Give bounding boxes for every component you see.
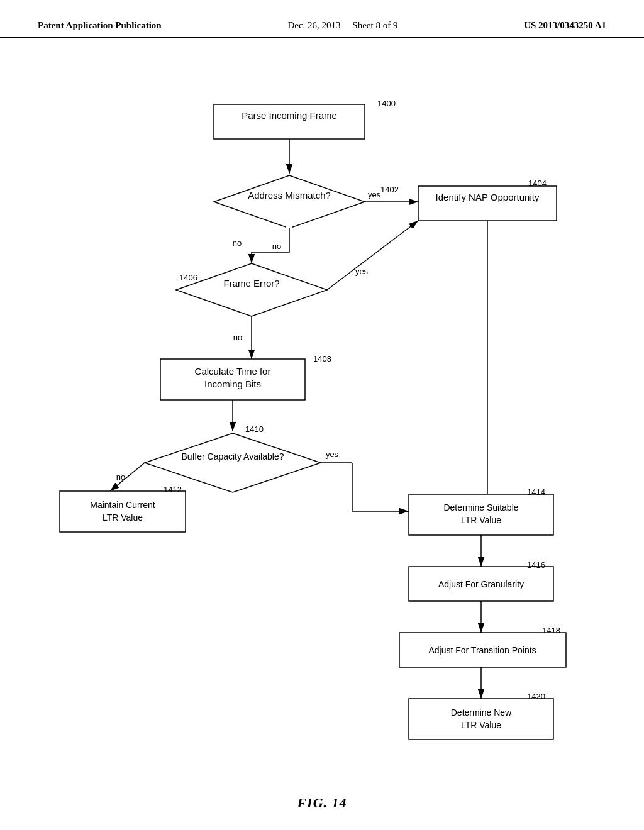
svg-text:yes: yes: [326, 450, 339, 459]
svg-text:Maintain Current: Maintain Current: [90, 500, 155, 510]
patent-number: US 2013/0343250 A1: [524, 20, 606, 31]
sheet-info: Sheet 8 of 9: [352, 20, 397, 30]
publication-date-sheet: Dec. 26, 2013 Sheet 8 of 9: [287, 20, 397, 31]
svg-text:Parse Incoming Frame: Parse Incoming Frame: [242, 110, 337, 121]
publication-date: Dec. 26, 2013: [287, 20, 340, 30]
svg-text:1404: 1404: [528, 179, 547, 188]
svg-text:1410: 1410: [245, 424, 264, 434]
svg-text:1402: 1402: [380, 185, 399, 194]
svg-text:no: no: [233, 333, 242, 342]
svg-text:yes: yes: [355, 267, 369, 276]
svg-text:1400: 1400: [377, 99, 396, 108]
svg-text:1416: 1416: [527, 560, 545, 570]
svg-rect-32: [60, 491, 186, 532]
svg-text:Calculate Time for: Calculate Time for: [195, 366, 271, 377]
svg-text:LTR Value: LTR Value: [461, 515, 501, 525]
svg-text:1408: 1408: [313, 354, 331, 363]
svg-text:yes: yes: [368, 190, 381, 199]
svg-text:Frame Error?: Frame Error?: [223, 278, 279, 289]
svg-text:no: no: [116, 472, 125, 482]
svg-rect-55: [409, 699, 553, 739]
svg-marker-5: [214, 175, 365, 228]
svg-text:Determine New: Determine New: [451, 707, 512, 717]
svg-text:1412: 1412: [164, 485, 182, 494]
svg-text:1418: 1418: [542, 626, 560, 635]
svg-text:1406: 1406: [179, 273, 197, 282]
svg-text:no: no: [272, 241, 281, 251]
svg-line-18: [327, 221, 418, 290]
svg-text:Adjust For Granularity: Adjust For Granularity: [438, 579, 524, 589]
svg-marker-15: [176, 263, 327, 316]
flowchart-svg: Parse Incoming Frame 1400 Address Mismat…: [0, 38, 644, 805]
svg-text:Buffer Capacity Available?: Buffer Capacity Available?: [182, 451, 284, 462]
svg-text:LTR Value: LTR Value: [103, 512, 143, 523]
svg-marker-27: [145, 433, 321, 492]
svg-text:Address Mismatch?: Address Mismatch?: [248, 190, 331, 201]
svg-text:Identify NAP Opportunity: Identify NAP Opportunity: [436, 192, 540, 202]
page-header: Patent Application Publication Dec. 26, …: [0, 0, 644, 38]
publication-title: Patent Application Publication: [38, 20, 162, 31]
svg-text:1420: 1420: [527, 692, 545, 701]
svg-text:Adjust For Transition Points: Adjust For Transition Points: [428, 645, 536, 655]
svg-text:1414: 1414: [527, 487, 545, 497]
svg-text:Incoming Bits: Incoming Bits: [204, 379, 261, 389]
svg-text:Determine Suitable: Determine Suitable: [443, 502, 518, 512]
flowchart-diagram: Parse Incoming Frame 1400 Address Mismat…: [0, 38, 644, 805]
svg-line-30: [110, 463, 145, 491]
figure-label: FIG. 14: [297, 795, 347, 811]
svg-text:LTR Value: LTR Value: [461, 720, 501, 730]
